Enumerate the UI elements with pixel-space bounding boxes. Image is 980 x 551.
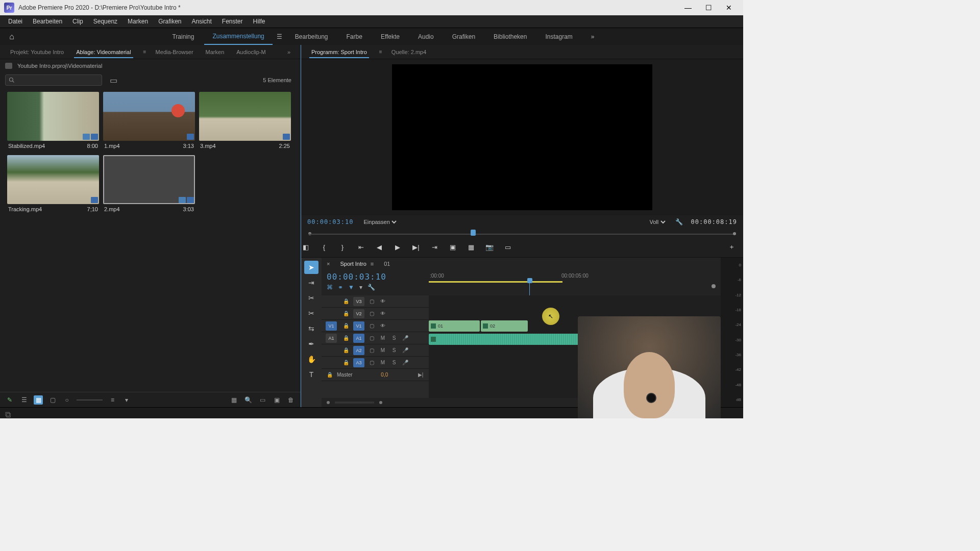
tab-audioclip[interactable]: Audioclip-M [230,49,272,55]
mark-out-icon[interactable]: } [338,242,347,252]
new-bin-icon[interactable]: ▭ [258,395,267,405]
track-a1[interactable]: A1 [353,334,364,343]
mark-in-button[interactable]: ◧ [301,242,310,252]
ripple-edit-tool[interactable]: ✂ [304,291,318,305]
lock-icon[interactable]: 🔒 [342,346,350,355]
mute-button[interactable]: M [379,334,387,342]
link-icon[interactable]: ⚭ [338,284,343,291]
tl-panel-menu-icon[interactable]: ≡ [371,261,374,267]
lock-icon[interactable]: 🔒 [326,371,334,379]
project-tabs-overflow-icon[interactable]: » [281,49,297,55]
program-monitor[interactable] [392,64,652,210]
sort-button[interactable]: ≡ [108,395,117,405]
pencil-icon[interactable]: ✎ [5,395,14,405]
clip-2[interactable]: 2.mp43:03 [103,155,195,214]
track-select-tool[interactable]: ⇥ [304,276,318,289]
workspace-bearbeitung[interactable]: Bearbeitung [287,29,336,44]
program-scrubber[interactable] [308,229,736,239]
selection-tool[interactable]: ➤ [304,261,318,274]
master-track[interactable]: Master [337,372,353,378]
marker-icon[interactable]: ▼ [348,284,354,291]
clip-1[interactable]: 1.mp43:13 [103,92,195,151]
mark-in-icon[interactable]: { [320,242,329,252]
tab-projekt[interactable]: Projekt: Youtube Intro [4,49,70,55]
scrubber-end[interactable] [733,232,736,235]
lock-icon[interactable]: 🔒 [342,334,350,342]
menu-hilfe[interactable]: Hilfe [248,18,271,25]
program-timecode[interactable]: 00:00:03:10 [307,218,353,226]
home-icon[interactable]: ⌂ [5,30,18,43]
voiceover-icon[interactable]: 🎤 [401,359,409,367]
track-v3[interactable]: V3 [353,297,364,306]
workspace-audio[interactable]: Audio [410,29,442,44]
toggle-output-icon[interactable]: ▢ [368,334,376,342]
toggle-output-icon[interactable]: ▢ [368,359,376,367]
delete-button[interactable]: 🗑 [286,395,296,405]
razor-tool[interactable]: ✂ [304,307,318,320]
bin-icon[interactable] [5,63,12,69]
menu-marken[interactable]: Marken [122,18,153,25]
workspace-training[interactable]: Training [164,29,202,44]
menu-grafiken[interactable]: Grafiken [153,18,186,25]
menu-ansicht[interactable]: Ansicht [186,18,216,25]
minimize-button[interactable]: — [678,0,698,15]
play-icon[interactable]: ▶| [416,371,425,379]
clip-stabilized[interactable]: Stabilized.mp48:00 [7,92,99,151]
menu-sequenz[interactable]: Sequenz [88,18,122,25]
eye-icon[interactable]: 👁 [379,322,387,330]
timeline-playhead[interactable] [527,278,532,283]
clip-3[interactable]: 3.mp42:25 [199,92,291,151]
mute-button[interactable]: M [379,359,387,367]
pen-tool[interactable]: ✒ [304,337,318,350]
master-value[interactable]: 0,0 [381,372,388,378]
lock-icon[interactable]: 🔒 [342,310,350,318]
lock-icon[interactable]: 🔒 [342,322,350,330]
tab-quelle[interactable]: Quelle: 2.mp4 [385,49,432,55]
add-marker-icon[interactable]: ▾ [359,284,362,291]
tab-marken[interactable]: Marken [200,49,231,55]
settings-icon[interactable]: 🔧 [675,218,683,226]
hand-tool[interactable]: ✋ [304,353,318,366]
eye-icon[interactable]: 👁 [379,297,387,306]
new-item-button[interactable]: ▣ [272,395,281,405]
program-panel-menu-icon[interactable]: ≡ [373,49,385,55]
sync-lock-icon[interactable] [712,284,716,288]
zoom-slider-handle[interactable]: ○ [62,395,71,405]
workspace-bibliotheken[interactable]: Bibliotheken [485,29,535,44]
tab-ablage[interactable]: Ablage: Videomaterial [70,49,137,55]
list-view-button[interactable]: ☰ [19,395,29,405]
automate-button[interactable]: ▦ [229,395,238,405]
close-button[interactable]: ✕ [719,0,739,15]
track-v2[interactable]: V2 [353,309,364,318]
toggle-output-icon[interactable]: ▢ [368,297,376,306]
zoom-dropdown[interactable]: Einpassen [361,218,398,226]
workspace-effekte[interactable]: Effekte [373,29,408,44]
timeline-clip-02[interactable]: 02 [481,320,528,332]
maximize-button[interactable]: ☐ [698,0,719,15]
go-to-in-button[interactable]: ⇤ [356,242,365,252]
source-a1[interactable]: A1 [326,334,337,343]
tl-close-icon[interactable]: × [327,261,330,267]
type-tool[interactable]: T [304,368,318,381]
workspace-instagram[interactable]: Instagram [537,29,580,44]
solo-button[interactable]: S [390,334,398,342]
step-back-button[interactable]: ◀ [375,242,384,252]
toggle-output-icon[interactable]: ▢ [368,322,376,330]
track-a3[interactable]: A3 [353,358,364,367]
lock-icon[interactable]: 🔒 [342,297,350,306]
track-v1[interactable]: V1 [353,321,364,331]
play-button[interactable]: ▶ [393,242,402,252]
snap-icon[interactable]: ⌘ [327,284,333,291]
go-to-out-button[interactable]: ⇥ [430,242,439,252]
sort-order-button[interactable]: ▾ [122,395,131,405]
voiceover-icon[interactable]: 🎤 [401,334,409,342]
tab-media-browser[interactable]: Media-Browser [150,49,200,55]
workspace-overflow-icon[interactable]: » [583,29,603,44]
source-v1[interactable]: V1 [326,321,337,331]
timeline-timecode[interactable]: 00:00:03:10 [327,270,424,284]
workspace-grafiken[interactable]: Grafiken [444,29,483,44]
lock-icon[interactable]: 🔒 [342,359,350,367]
extract-button[interactable]: ▦ [467,242,476,252]
freeform-view-button[interactable]: ▢ [48,395,57,405]
solo-button[interactable]: S [390,359,398,367]
